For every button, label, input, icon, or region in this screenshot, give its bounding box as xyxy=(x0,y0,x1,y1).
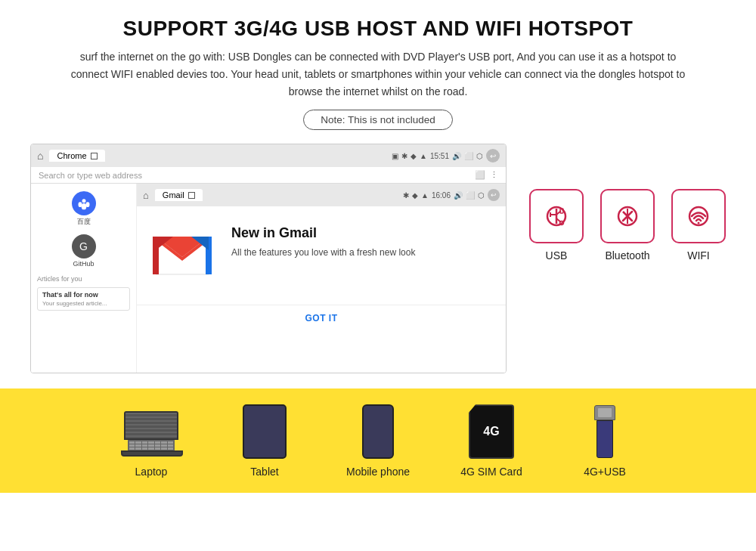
laptop-icon xyxy=(121,411,181,453)
orient-icon: ⬡ xyxy=(476,152,483,160)
tablet-icon-area xyxy=(231,405,299,458)
usb-head xyxy=(594,405,615,420)
menu-icon[interactable]: ⋮ xyxy=(490,170,498,180)
svg-point-3 xyxy=(81,203,86,209)
usb-stick-icon-area xyxy=(571,405,639,458)
gmail-content: New in Gmail All the features you love w… xyxy=(137,206,506,305)
card1-sub: Your suggested article... xyxy=(42,300,125,307)
search-actions: ⬜ ⋮ xyxy=(475,170,498,180)
usb-body xyxy=(596,420,613,458)
phone-icon xyxy=(362,404,394,459)
wifi-symbol xyxy=(682,200,715,233)
gmail-got-it-button[interactable]: GOT IT xyxy=(137,305,506,331)
browser-left-panel: 百度 G GitHub Articles for you That's all … xyxy=(31,184,137,373)
browser-search-bar[interactable]: Search or type web address ⬜ ⋮ xyxy=(31,167,506,184)
gmail-home-icon: ⌂ xyxy=(143,190,149,201)
usb-label: USB xyxy=(546,249,568,262)
tablet-icon xyxy=(243,404,287,459)
bt-icon-small: ✱ xyxy=(401,152,407,160)
article-card-1: That's all for now Your suggested articl… xyxy=(37,287,130,311)
articles-label: Articles for you xyxy=(37,275,130,283)
gmail-new-title: New in Gmail xyxy=(231,225,491,241)
browser-screenshot: ⌂ Chrome ▣ ✱ ◆ ▲ 15:51 🔊 ⬜ ⬡ ↩ Search or… xyxy=(30,144,507,373)
gmail-new-subtitle: All the features you love with a fresh n… xyxy=(231,246,491,259)
gmail-bt-icon: ✱ xyxy=(403,191,409,200)
gmail-overlay: ⌂ Gmail ✱ ◆ ▲ 16:06 🔊 ⬜ ⬡ ↩ xyxy=(137,184,506,373)
sim-card-icon: 4G xyxy=(469,404,514,459)
wifi-label: WIFI xyxy=(687,249,710,262)
back-button[interactable]: ↩ xyxy=(486,149,500,163)
screen-icon: ⬜ xyxy=(464,152,473,160)
tab-square xyxy=(91,153,98,159)
laptop-screen-inner xyxy=(125,413,177,438)
svg-point-22 xyxy=(698,222,700,224)
chrome-bar: ⌂ Chrome ▣ ✱ ◆ ▲ 15:51 🔊 ⬜ ⬡ ↩ xyxy=(31,144,506,167)
bottom-devices-bar: Laptop Tablet Mobile phone 4G 4G SIM Car… xyxy=(0,388,756,493)
gmail-tab-square xyxy=(188,192,195,199)
chrome-tab[interactable]: Chrome xyxy=(49,150,104,162)
bluetooth-icon-box xyxy=(600,189,655,243)
location-icon: ◆ xyxy=(411,152,417,160)
github-app: G GitHub xyxy=(37,234,130,268)
github-letter: G xyxy=(79,240,88,252)
gmail-m-logo xyxy=(152,225,212,286)
time-display: 15:51 xyxy=(430,152,449,160)
usb-symbol xyxy=(540,200,573,233)
gmail-screen-icon: ⬜ xyxy=(466,191,475,200)
bluetooth-icon-item: Bluetooth xyxy=(600,189,655,262)
wifi-icon-box xyxy=(671,189,726,243)
gmail-wifi-icon: ▲ xyxy=(421,191,429,200)
usb-head-inner xyxy=(598,408,612,417)
phone-icon-area xyxy=(344,405,412,458)
usb-icon-item: USB xyxy=(529,189,584,262)
baidu-icon[interactable] xyxy=(72,191,96,215)
gmail-text-area: New in Gmail All the features you love w… xyxy=(231,225,491,259)
sim-device-item: 4G 4G SIM Card xyxy=(457,405,525,478)
volume-icon: 🔊 xyxy=(452,152,461,160)
gmail-orient-icon: ⬡ xyxy=(478,191,485,200)
laptop-keyboard xyxy=(128,440,175,450)
gmail-back-button[interactable]: ↩ xyxy=(488,189,500,201)
baidu-label: 百度 xyxy=(77,217,91,227)
github-icon-circle[interactable]: G xyxy=(72,234,96,258)
baidu-app: 百度 xyxy=(37,191,130,227)
sim-icon: ▣ xyxy=(392,152,398,160)
phone-device-item: Mobile phone xyxy=(344,405,412,478)
browser-content: 百度 G GitHub Articles for you That's all … xyxy=(31,184,506,373)
laptop-screen xyxy=(124,411,178,440)
home-icon: ⌂ xyxy=(37,150,43,162)
gmail-tab-label: Gmail xyxy=(163,190,184,200)
bluetooth-symbol xyxy=(611,200,644,233)
sim-icon-area: 4G xyxy=(457,405,525,458)
note-badge: Note: This is not included xyxy=(303,110,452,130)
github-label: GitHub xyxy=(73,260,94,268)
gmail-tab[interactable]: Gmail xyxy=(155,189,203,201)
gmail-status-icons: ✱ ◆ ▲ 16:06 🔊 ⬜ ⬡ ↩ xyxy=(403,189,500,201)
wifi-icon-item: WIFI xyxy=(671,189,726,262)
laptop-icon-area xyxy=(117,405,185,458)
search-placeholder: Search or type web address xyxy=(39,171,142,180)
content-row: ⌂ Chrome ▣ ✱ ◆ ▲ 15:51 🔊 ⬜ ⬡ ↩ Search or… xyxy=(0,144,756,388)
usb-stick-label: 4G+USB xyxy=(584,466,626,478)
gmail-time: 16:06 xyxy=(432,191,451,200)
page-title: SUPPORT 3G/4G USB HOST AND WIFI HOTSPOT xyxy=(0,0,756,48)
chrome-status-icons: ▣ ✱ ◆ ▲ 15:51 🔊 ⬜ ⬡ ↩ xyxy=(392,149,500,163)
laptop-device-item: Laptop xyxy=(117,405,185,478)
sim-4g-text: 4G xyxy=(483,426,499,438)
gmail-loc-icon: ◆ xyxy=(412,191,418,200)
tab-count-icon[interactable]: ⬜ xyxy=(475,170,485,180)
icons-row: USB Bluetooth xyxy=(529,189,726,262)
gmail-bar: ⌂ Gmail ✱ ◆ ▲ 16:06 🔊 ⬜ ⬡ ↩ xyxy=(137,184,506,206)
card1-title: That's all for now xyxy=(42,291,125,299)
subtitle-text: surf the internet on the go with: USB Do… xyxy=(0,48,756,110)
phone-label: Mobile phone xyxy=(346,466,410,478)
sim-label: 4G SIM Card xyxy=(460,466,522,478)
svg-point-0 xyxy=(82,199,85,203)
usb-stick-icon xyxy=(594,405,615,458)
wifi-icon-small: ▲ xyxy=(420,152,427,160)
chrome-tab-label: Chrome xyxy=(57,151,86,160)
usb-icon-box xyxy=(529,189,584,243)
tablet-device-item: Tablet xyxy=(231,405,299,478)
connectivity-icons-panel: USB Bluetooth xyxy=(529,144,726,262)
tablet-label: Tablet xyxy=(250,466,278,478)
